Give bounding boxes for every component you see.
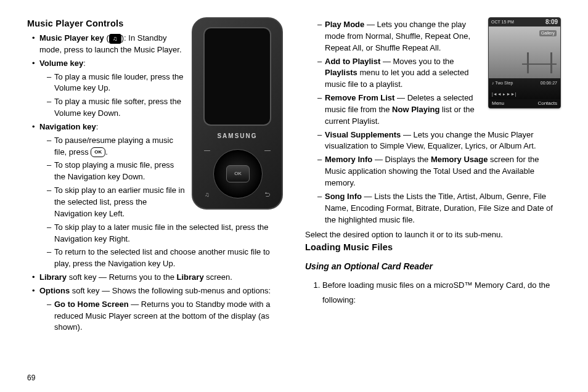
list-item: To play a music file softer, press the V… [47,96,283,120]
text: Library [177,272,204,282]
ok-icon: OK [91,147,105,157]
right-column: OCT 15 PM 8:09 Gallery ♪ Two Step 00:06:… [305,17,561,380]
text: . [105,147,108,157]
text: Options [39,286,70,295]
list-item: Visual Supplements — Lets you change the… [317,129,561,153]
list-item: To pause/resume playing a music file, pr… [47,135,283,158]
left-column: SAMSUNG OK —— ♫⮌ Music Player Controls M… [27,17,283,380]
list-item: Library soft key — Returns you to the Li… [32,272,283,284]
text: Song Info [325,192,362,201]
text: Library [39,272,67,282]
list-item: Go to Home Screen — Returns you to Stand… [47,299,283,334]
text: — Moves you to the [380,57,454,66]
text: — Displays the [372,155,431,164]
list-item: Volume key: To play a music file louder,… [32,58,283,120]
list-item: To play a music file louder, press the V… [47,71,283,95]
text: Play Mode [325,20,364,29]
text: Memory Usage [431,155,488,164]
list-item: To stop playing a music file, press the … [47,160,283,183]
list-item: Add to Playlist — Moves you to the Playl… [317,56,561,91]
list-item: Memory Info — Displays the Memory Usage … [317,154,561,189]
text: Playlists [325,68,357,77]
text: screen. [204,272,232,282]
text: Add to Playlist [325,57,380,66]
page-number: 69 [27,373,35,383]
text: Go to Home Screen [54,300,129,309]
loading-music-files-heading: Loading Music Files [305,241,561,254]
list-item: Song Info — Lists the Lists the Title, A… [317,191,561,226]
list-item: Options soft key — Shows the following s… [32,285,283,333]
list-item: Remove From List — Deletes a selected mu… [317,92,561,128]
text: soft key — Returns you to the [67,272,176,282]
list-item: Music Player key (♫): In Standby mode, p… [32,33,283,56]
list-item: To return to the selected list and choos… [47,247,283,270]
navigation-key-label: Navigation key [39,122,96,131]
text: To pause/resume playing a music file, pr… [54,136,173,157]
list-item: Navigation key: To pause/resume playing … [32,121,283,270]
list-item: To skip play to an earlier music file in… [47,185,283,220]
text: Now Playing [392,105,439,114]
music-note-icon: ♫ [109,34,121,44]
card-reader-subheading: Using an Optional Card Reader [305,260,561,272]
volume-key-label: Volume key [39,59,83,68]
text: Visual Supplements [325,130,401,139]
select-option-text: Select the desired option to launch it o… [305,229,561,241]
text: Memory Info [325,155,372,164]
music-player-key-label: Music Player key [39,33,104,43]
list-item: To skip play to a later music file in th… [47,222,283,245]
text: soft key — Shows the following sub-menus… [70,286,271,295]
text: Remove From List [325,93,394,102]
step-1: Before loading music files on a microSD™… [322,278,561,308]
list-item: Play Mode — Lets you change the play mod… [317,19,561,54]
